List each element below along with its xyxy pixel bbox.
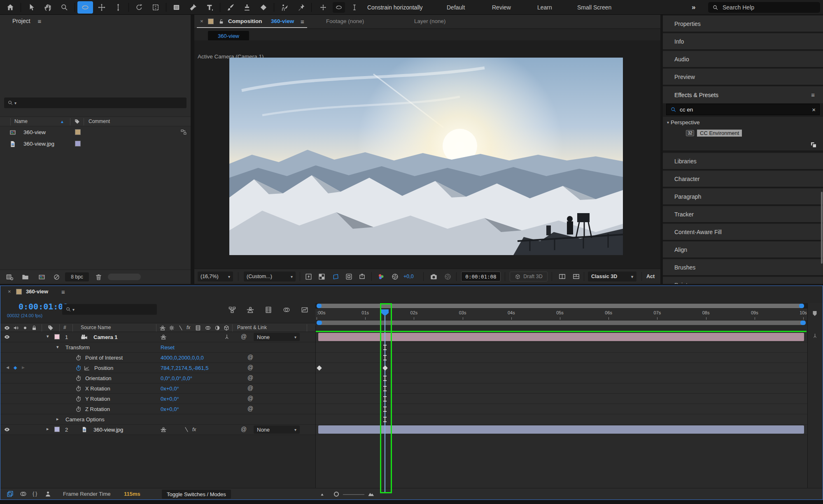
pickwhip-icon[interactable]: @ (247, 354, 253, 360)
comp-marker-bin-icon[interactable] (811, 310, 818, 317)
property-label[interactable]: Position (94, 365, 113, 371)
current-timecode[interactable]: 0:00:01:08 (19, 302, 68, 311)
label-tag-icon[interactable] (47, 325, 54, 331)
group-twirl-icon[interactable]: ▾ (56, 344, 59, 350)
tab-layer[interactable]: Layer (none) (414, 18, 446, 24)
puppet-pin-tool-button[interactable] (293, 1, 309, 14)
property-value[interactable]: 0x+0,0° (161, 396, 179, 402)
expand-in-out-icon[interactable]: { } (33, 490, 37, 497)
layer-row-camera-1[interactable]: ▾ 1 Camera 1 @ None▾ (0, 332, 315, 342)
magnification-dropdown[interactable]: (16,7%)▾ (198, 272, 233, 281)
property-value[interactable]: 784,7,2174,5,-861,5 (161, 365, 208, 371)
tab-footage[interactable]: Footage (none) (326, 18, 364, 24)
preview-timecode[interactable]: 0:00:01:08 (461, 272, 501, 281)
viewer-menu-icon[interactable]: ≡ (301, 18, 304, 25)
new-folder-icon[interactable] (21, 273, 29, 281)
timeline-zoom-knob[interactable] (334, 492, 339, 497)
parent-dropdown[interactable]: None▾ (254, 425, 300, 434)
parent-dropdown[interactable]: None▾ (254, 333, 300, 341)
layer-twirl-icon[interactable]: ▸ (47, 426, 49, 432)
timeline-tab[interactable]: × 360-view ≡ (0, 286, 823, 298)
comp-color-swatch[interactable] (208, 19, 214, 24)
sidebar-panel-info[interactable]: Info (663, 33, 823, 50)
work-area-start-handle[interactable] (317, 321, 322, 325)
sidebar-panel-libraries[interactable]: Libraries (663, 153, 823, 170)
audio-speaker-icon[interactable] (13, 325, 19, 331)
layer-track-options-icon[interactable] (812, 333, 818, 339)
property-value[interactable]: 0x+0,0° (161, 406, 179, 412)
property-label[interactable]: Transform (65, 344, 90, 351)
3d-ground-plane-icon[interactable] (558, 273, 566, 281)
layer-row-360-view-jpg[interactable]: ▸ 2 360-view.jpg fx @ None▾ (0, 425, 315, 435)
tab-composition-target[interactable]: 360-view (271, 18, 294, 24)
stopwatch-icon[interactable] (75, 385, 82, 392)
shy-toggle-icon[interactable] (160, 426, 167, 433)
workspace-review[interactable]: Review (492, 0, 511, 15)
pen-tool-button[interactable] (185, 1, 201, 14)
shy-toggle-icon[interactable] (160, 334, 167, 340)
sidebar-panel-paragraph[interactable]: Paragraph (663, 188, 823, 205)
layer-color-swatch[interactable] (54, 334, 60, 339)
channel-rgb-icon[interactable] (377, 273, 385, 281)
property-label[interactable]: X Rotation (85, 386, 110, 392)
orbit-camera-tool-button[interactable] (77, 1, 93, 14)
effects-presets-header[interactable]: Effects & Presets ≡ (663, 86, 823, 103)
parent-pick-icon[interactable] (224, 334, 230, 340)
motion-blur-icon[interactable] (205, 325, 211, 331)
layer-name[interactable]: Camera 1 (93, 334, 118, 340)
workspace-overflow-button[interactable]: » (692, 0, 695, 15)
stamp-tool-button[interactable] (239, 1, 255, 14)
help-search-input[interactable]: Search Help (708, 2, 820, 13)
effects-fx-icon[interactable]: fx (187, 325, 190, 330)
panel-menu-icon[interactable]: ≡ (61, 288, 65, 295)
stopwatch-icon[interactable] (75, 375, 82, 382)
frame-blend-icon[interactable] (195, 325, 201, 331)
property-label[interactable]: Y Rotation (85, 396, 110, 402)
group-twirl-icon[interactable]: ▸ (56, 416, 59, 422)
keyframe-toggle-button[interactable]: ◆ (14, 365, 17, 370)
effects-search-input[interactable]: cc en × (666, 104, 820, 115)
pickwhip-icon[interactable]: @ (247, 405, 253, 412)
label-color-swatch[interactable] (75, 141, 81, 146)
layer-color-swatch[interactable] (54, 427, 60, 432)
expand-layer-switches-icon[interactable] (6, 490, 14, 498)
transparency-grid-icon[interactable] (318, 273, 326, 281)
column-parent-link[interactable]: Parent & Link (237, 325, 267, 330)
video-eye-icon[interactable] (4, 325, 10, 331)
resolution-dropdown[interactable]: (Custom...)▾ (244, 272, 296, 281)
sidebar-panel-paint[interactable]: Paint (663, 277, 823, 284)
workspace-learn[interactable]: Learn (537, 0, 552, 15)
zoom-tool-button[interactable] (56, 1, 72, 14)
fast-previews-icon[interactable] (305, 273, 312, 281)
rectangle-tool-button[interactable] (169, 1, 184, 14)
pickwhip-icon[interactable]: @ (247, 364, 253, 371)
timeline-zoom-slider[interactable] (343, 494, 364, 495)
layer-name[interactable]: 360-view.jpg (93, 427, 123, 433)
pickwhip-icon[interactable]: @ (241, 426, 247, 432)
draft-3d-toggle[interactable]: Draft 3D (510, 272, 548, 281)
sidebar-panel-tracker[interactable]: Tracker (663, 206, 823, 223)
tab-composition-label[interactable]: Composition (228, 18, 262, 24)
project-settings-icon[interactable] (53, 273, 61, 281)
guides-crop-icon[interactable] (358, 273, 366, 281)
timeline-tab-label[interactable]: 360-view (26, 288, 48, 295)
sidebar-scrollbar[interactable] (821, 192, 823, 264)
interpret-footage-icon[interactable] (6, 273, 14, 281)
hand-tool-button[interactable] (40, 1, 56, 14)
renderer-dropdown[interactable]: Classic 3D▾ (588, 272, 636, 281)
pickwhip-icon[interactable]: @ (247, 395, 253, 402)
pan-axis-button[interactable] (317, 2, 329, 13)
sidebar-panel-character[interactable]: Character (663, 171, 823, 188)
timeline-search-input[interactable]: ▾ (62, 304, 157, 315)
pickwhip-icon[interactable]: @ (247, 385, 253, 391)
graph-editor-icon[interactable] (301, 306, 309, 314)
property-label[interactable]: Z Rotation (85, 406, 110, 412)
pickwhip-icon[interactable]: @ (247, 374, 253, 381)
workspace-default[interactable]: Default (447, 0, 465, 15)
label-color-swatch[interactable] (75, 129, 81, 135)
rotate-tool-button[interactable] (131, 1, 147, 14)
bit-depth-button[interactable]: 8 bpc (65, 272, 89, 281)
exposure-reset-icon[interactable] (391, 273, 399, 281)
project-item-name[interactable]: 360-view (23, 129, 46, 135)
toggle-switches-modes-button[interactable]: Toggle Switches / Modes (162, 490, 231, 499)
